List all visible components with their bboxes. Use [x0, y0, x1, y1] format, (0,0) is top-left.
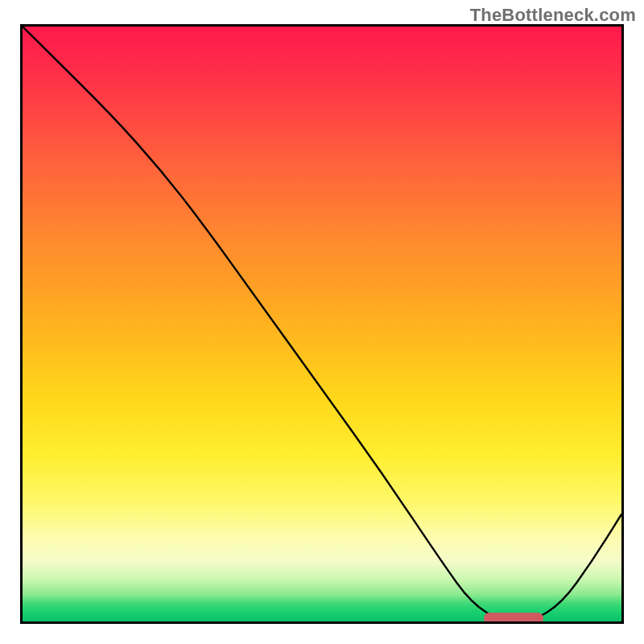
watermark-text: TheBottleneck.com: [470, 5, 636, 26]
bottleneck-curve: [23, 27, 621, 621]
curve-path: [23, 27, 621, 621]
chart-plot-area: [20, 24, 624, 624]
optimal-marker: [484, 613, 543, 624]
chart-canvas: TheBottleneck.com: [0, 0, 644, 644]
